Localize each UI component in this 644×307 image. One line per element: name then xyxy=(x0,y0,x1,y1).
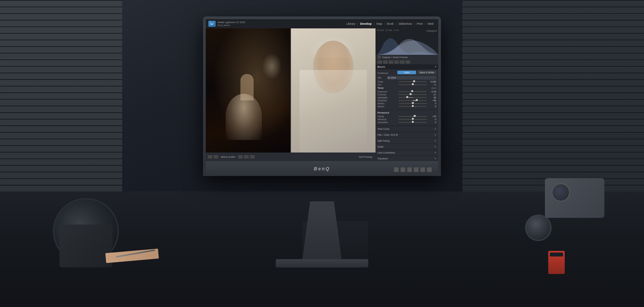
lightroom-ui: Lr Adobe Lightroom CC 2019 Rod Lawton Li… xyxy=(206,19,438,161)
clarity-slider[interactable] xyxy=(399,116,427,117)
layout-btn-2[interactable] xyxy=(244,155,249,158)
after-image xyxy=(291,28,376,153)
nav-develop[interactable]: Develop xyxy=(358,22,374,25)
contrast-row: Contrast -27 xyxy=(377,93,436,96)
whites-value: 0 xyxy=(428,102,436,105)
tone-curve-toggle[interactable]: + xyxy=(434,127,436,131)
basic-panel-header[interactable]: Basic ▾ xyxy=(376,64,438,69)
monitor-btn-6[interactable] xyxy=(427,167,432,172)
monitor-screen: Lr Adobe Lightroom CC 2019 Rod Lawton Li… xyxy=(206,19,438,161)
benq-logo: BenQ xyxy=(314,166,330,171)
blacks-slider[interactable] xyxy=(399,106,427,107)
nav-slideshow[interactable]: Slideshow xyxy=(396,22,414,25)
blacks-value: 0 xyxy=(428,105,436,108)
transform-section[interactable]: Transform + xyxy=(376,155,438,161)
treatment-options: Color Black & White xyxy=(397,71,436,74)
nav-book[interactable]: Book xyxy=(385,22,396,25)
vibrance-value: 0 xyxy=(428,118,436,120)
contrast-value: -27 xyxy=(428,93,436,96)
crop-tool-icon[interactable] xyxy=(377,60,382,64)
layout-btn-1[interactable] xyxy=(238,155,243,158)
monitor-control-buttons xyxy=(394,167,432,172)
view-toggle[interactable] xyxy=(208,155,212,158)
graduated-filter-icon[interactable] xyxy=(394,60,399,64)
monitor-btn-3[interactable] xyxy=(407,167,412,172)
window-blinds-left xyxy=(0,0,122,205)
lightroom-topbar: Lr Adobe Lightroom CC 2019 Rod Lawton Li… xyxy=(206,19,438,28)
nav-library[interactable]: Library xyxy=(344,22,357,25)
lens-corrections-title: Lens Corrections xyxy=(377,152,395,154)
tool-icons-row xyxy=(376,60,438,64)
exposure-slider[interactable] xyxy=(399,91,427,92)
transform-toggle[interactable]: + xyxy=(434,157,436,160)
split-toning-toggle[interactable]: + xyxy=(434,139,436,143)
detail-section[interactable]: Detail + xyxy=(376,144,438,150)
treatment-label: Treatment xyxy=(377,72,397,74)
basic-panel-toggle[interactable]: ▾ xyxy=(435,65,436,68)
whites-slider[interactable] xyxy=(399,103,427,104)
tint-slider[interactable] xyxy=(399,84,427,85)
lens-corrections-section[interactable]: Lens Corrections + xyxy=(376,150,438,155)
view-options[interactable] xyxy=(214,155,218,158)
presence-title: Presence xyxy=(377,111,389,114)
color-treatment-btn[interactable]: Color xyxy=(397,71,416,74)
presence-header: Presence xyxy=(377,111,436,114)
split-toning-section[interactable]: Split Toning + xyxy=(376,138,438,144)
spot-removal-icon[interactable] xyxy=(383,60,388,64)
histogram-panel: 60 100 12 min f / 8.1 Histogram xyxy=(376,28,438,55)
clarity-value: +15 xyxy=(428,115,436,118)
layout-btn-3[interactable] xyxy=(250,155,255,158)
saturation-slider[interactable] xyxy=(399,122,427,123)
contrast-slider[interactable] xyxy=(399,94,427,95)
nav-print[interactable]: Print xyxy=(415,22,425,25)
smart-preview-checkbox[interactable] xyxy=(377,55,381,59)
wb-row: WB As Shot xyxy=(377,76,436,80)
vibrance-label: Vibrance xyxy=(377,118,397,120)
wb-label: WB xyxy=(377,77,386,79)
radial-filter-icon[interactable] xyxy=(400,60,405,64)
temp-label: Temp xyxy=(377,81,397,83)
blacks-row: Blacks 0 xyxy=(377,105,436,108)
detail-toggle[interactable]: + xyxy=(434,145,436,149)
window-blinds-right xyxy=(462,0,644,191)
shadows-label: Shadows xyxy=(377,99,397,102)
shadows-slider[interactable] xyxy=(399,100,427,101)
monitor: Lr Adobe Lightroom CC 2019 Rod Lawton Li… xyxy=(203,17,441,176)
vibrance-row: Vibrance 0 xyxy=(377,118,436,120)
treatment-row: Treatment Color Black & White xyxy=(377,71,436,75)
wb-select[interactable]: As Shot xyxy=(387,76,436,80)
basic-panel-content: Treatment Color Black & White WB A xyxy=(376,69,438,110)
tone-curve-section[interactable]: Tone Curve + xyxy=(376,126,438,132)
temp-slider[interactable] xyxy=(399,81,427,82)
before-after-view xyxy=(206,28,376,153)
monitor-btn-5[interactable] xyxy=(420,167,425,172)
tone-auto-btn[interactable]: Auto xyxy=(432,87,436,89)
hsl-section[interactable]: HSL / Color / B & W + xyxy=(376,132,438,138)
presence-section: Presence Clarity +15 xyxy=(376,110,438,126)
highlights-row: Highlights -58 xyxy=(377,96,436,99)
nav-web[interactable]: Web xyxy=(426,22,436,25)
photo-before xyxy=(206,28,290,153)
shadows-row: Shadows +48 xyxy=(377,99,436,102)
histogram-label: Histogram xyxy=(426,30,437,32)
tone-section-header: Tone Auto xyxy=(377,86,436,89)
bw-treatment-btn[interactable]: Black & White xyxy=(417,71,436,74)
develop-tools xyxy=(377,60,410,64)
redeye-icon[interactable] xyxy=(389,60,393,64)
monitor-btn-2[interactable] xyxy=(401,167,405,172)
scene-background: Lr Adobe Lightroom CC 2019 Rod Lawton Li… xyxy=(0,0,644,307)
nav-map[interactable]: Map xyxy=(375,22,384,25)
exposure-value: -0.20 xyxy=(428,90,436,93)
hsl-toggle[interactable]: + xyxy=(434,133,436,137)
adjustment-brush-icon[interactable] xyxy=(406,60,410,64)
shadows-value: +48 xyxy=(428,99,436,102)
develop-toolbar: Before & After Soft Proofing xyxy=(206,153,376,161)
highlights-slider[interactable] xyxy=(399,97,427,98)
bride-dress xyxy=(226,94,262,140)
lens-corrections-toggle[interactable]: + xyxy=(434,151,436,154)
detail-title: Detail xyxy=(377,146,383,148)
monitor-btn-4[interactable] xyxy=(414,167,418,172)
tint-row: Tint +1 xyxy=(377,84,436,86)
monitor-btn-1[interactable] xyxy=(394,167,399,172)
vibrance-slider[interactable] xyxy=(399,119,427,120)
